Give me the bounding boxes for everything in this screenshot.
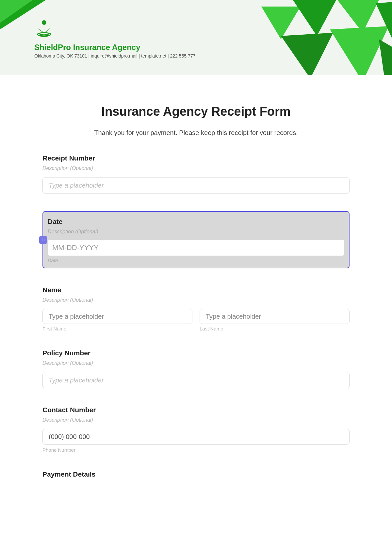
svg-point-15 — [44, 239, 44, 240]
decor-triangle — [0, 0, 33, 23]
date-label: Date — [48, 218, 344, 226]
decor-triangle-cluster — [235, 0, 392, 75]
form-subtitle: Thank you for your payment. Please keep … — [42, 129, 350, 137]
contact-number-label: Contact Number — [42, 406, 350, 414]
logo-block: ShieldPro Insurance Agency Oklahoma City… — [34, 18, 195, 59]
svg-marker-3 — [281, 33, 333, 75]
date-sublabel: Date — [48, 258, 344, 263]
form-title: Insurance Agency Receipt Form — [42, 105, 350, 119]
company-name: ShieldPro Insurance Agency — [34, 43, 195, 52]
header-banner: ShieldPro Insurance Agency Oklahoma City… — [0, 0, 392, 75]
svg-marker-6 — [379, 39, 392, 75]
first-name-sublabel: First Name — [42, 326, 192, 331]
svg-point-13 — [44, 240, 44, 241]
date-desc: Description (Optional) — [48, 229, 344, 235]
policy-number-field: Policy Number Description (Optional) — [42, 349, 350, 388]
receipt-number-input[interactable] — [42, 177, 350, 194]
svg-marker-0 — [261, 7, 301, 39]
svg-point-10 — [42, 238, 42, 239]
contact-number-sublabel: Phone Number — [42, 447, 350, 453]
contact-number-field: Contact Number Description (Optional) Ph… — [42, 406, 350, 453]
last-name-input[interactable] — [200, 309, 350, 324]
name-label: Name — [42, 286, 350, 294]
svg-point-12 — [42, 240, 42, 241]
receipt-number-field: Receipt Number Description (Optional) — [42, 154, 350, 194]
svg-point-7 — [42, 20, 46, 25]
name-desc: Description (Optional) — [42, 297, 350, 303]
svg-marker-4 — [330, 26, 389, 75]
last-name-sublabel: Last Name — [200, 326, 350, 331]
first-name-input[interactable] — [42, 309, 192, 324]
policy-number-input[interactable] — [42, 372, 350, 388]
svg-point-11 — [44, 238, 44, 239]
company-logo-icon — [34, 18, 54, 38]
payment-details-label: Payment Details — [42, 470, 350, 478]
svg-point-14 — [42, 239, 42, 240]
receipt-number-label: Receipt Number — [42, 154, 350, 162]
date-input[interactable] — [48, 240, 344, 256]
company-contact-line: Oklahoma City, OK 73101 | inquire@shield… — [34, 53, 195, 59]
drag-handle-icon[interactable] — [39, 236, 47, 244]
date-field-selected[interactable]: Date Description (Optional) Date — [42, 211, 350, 268]
name-field: Name Description (Optional) First Name L… — [42, 286, 350, 331]
policy-number-label: Policy Number — [42, 349, 350, 357]
contact-number-desc: Description (Optional) — [42, 417, 350, 423]
form-content: Insurance Agency Receipt Form Thank you … — [0, 75, 392, 478]
contact-number-input[interactable] — [42, 429, 350, 445]
receipt-number-desc: Description (Optional) — [42, 165, 350, 171]
policy-number-desc: Description (Optional) — [42, 360, 350, 366]
